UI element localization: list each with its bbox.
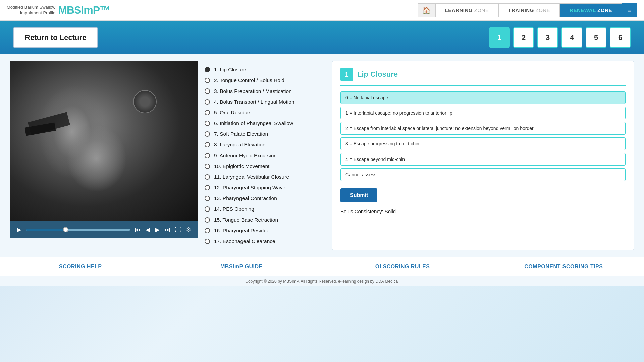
video-controls: ▶ ⏮ ◀ ▶ ⏭ ⛶ ⚙ bbox=[10, 221, 198, 238]
tab-2[interactable]: 2 bbox=[513, 27, 534, 48]
brand-logo-area: Modified Barium Swallow Impairment Profi… bbox=[7, 4, 110, 16]
progress-bar[interactable] bbox=[26, 229, 130, 231]
radio-10 bbox=[205, 164, 210, 169]
skip-back-button[interactable]: ⏮ bbox=[133, 226, 142, 234]
settings-button[interactable]: ⚙ bbox=[184, 225, 193, 234]
footer-tab-mbsimp-guide[interactable]: MBSImP GUIDE bbox=[161, 257, 322, 276]
tab-1[interactable]: 1 bbox=[489, 27, 510, 48]
radio-7 bbox=[205, 131, 210, 137]
radio-14 bbox=[205, 206, 210, 212]
list-item[interactable]: 10. Epiglottic Movement bbox=[205, 161, 325, 172]
play-button[interactable]: ▶ bbox=[15, 225, 23, 234]
list-item[interactable]: 16. Pharyngeal Residue bbox=[205, 225, 325, 236]
top-navigation: Modified Barium Swallow Impairment Profi… bbox=[0, 0, 644, 21]
nav-zone-renewal[interactable]: RENEWAL ZONE bbox=[560, 3, 622, 17]
score-option-cannot-assess[interactable]: Cannot assess bbox=[340, 168, 626, 181]
hamburger-icon: ≡ bbox=[628, 6, 632, 14]
list-item[interactable]: 9. Anterior Hyoid Excursion bbox=[205, 150, 325, 161]
nav-zone-training[interactable]: TRAINING ZONE bbox=[498, 3, 560, 17]
list-item[interactable]: 12. Pharyngeal Stripping Wave bbox=[205, 182, 325, 193]
frame-forward-button[interactable]: ▶ bbox=[154, 225, 161, 234]
list-item[interactable]: 4. Bolus Transport / Lingual Motion bbox=[205, 97, 325, 107]
list-item[interactable]: 7. Soft Palate Elevation bbox=[205, 129, 325, 139]
copyright-text: Copyright © 2020 by MBSImP. All Rights R… bbox=[0, 276, 644, 286]
radio-8 bbox=[205, 142, 210, 147]
brand-text: Modified Barium Swallow Impairment Profi… bbox=[7, 5, 55, 16]
footer-tab-scoring-help[interactable]: SCORING HELP bbox=[0, 257, 161, 276]
submit-button[interactable]: Submit bbox=[340, 188, 377, 202]
tab-3[interactable]: 3 bbox=[537, 27, 558, 48]
score-option-2[interactable]: 2 = Escape from interlabial space or lat… bbox=[340, 122, 626, 135]
radio-3 bbox=[205, 88, 210, 94]
video-display bbox=[10, 61, 198, 221]
list-item[interactable]: 5. Oral Residue bbox=[205, 107, 325, 118]
footer-tab-oi-scoring[interactable]: OI SCORING RULES bbox=[322, 257, 483, 276]
list-item[interactable]: 11. Laryngeal Vestibular Closure bbox=[205, 172, 325, 182]
progress-thumb bbox=[63, 227, 68, 232]
xray-shape-2 bbox=[66, 125, 127, 192]
radio-2 bbox=[205, 78, 210, 83]
bolus-consistency: Bolus Consistency: Solid bbox=[340, 208, 626, 214]
xray-circle bbox=[133, 90, 157, 113]
list-item[interactable]: 3. Bolus Preparation / Mastication bbox=[205, 86, 325, 97]
scoring-panel: 1 Lip Closure 0 = No labial escape 1 = I… bbox=[332, 61, 634, 250]
scoring-header: 1 Lip Closure bbox=[340, 68, 626, 81]
video-control-icons: ⏮ ◀ ▶ ⏭ ⛶ ⚙ bbox=[133, 225, 193, 234]
home-button[interactable]: 🏠 bbox=[418, 3, 435, 17]
hamburger-menu-button[interactable]: ≡ bbox=[622, 3, 637, 17]
radio-13 bbox=[205, 196, 210, 201]
header-area: Return to Lecture 1 2 3 4 5 6 bbox=[0, 21, 644, 54]
score-option-4[interactable]: 4 = Escape beyond mid-chin bbox=[340, 153, 626, 166]
radio-15 bbox=[205, 217, 210, 223]
question-list: 1. Lip Closure 2. Tongue Control / Bolus… bbox=[205, 61, 325, 250]
radio-5 bbox=[205, 110, 210, 115]
scoring-divider bbox=[340, 85, 626, 86]
tab-5[interactable]: 5 bbox=[586, 27, 606, 48]
tab-4[interactable]: 4 bbox=[561, 27, 582, 48]
radio-6 bbox=[205, 121, 210, 126]
list-item[interactable]: 15. Tongue Base Retraction bbox=[205, 215, 325, 225]
return-to-lecture-button[interactable]: Return to Lecture bbox=[13, 27, 98, 48]
tab-6[interactable]: 6 bbox=[610, 27, 631, 48]
progress-fill bbox=[26, 229, 66, 231]
list-item[interactable]: 6. Initiation of Pharyngeal Swallow bbox=[205, 118, 325, 129]
radio-11 bbox=[205, 174, 210, 180]
radio-16 bbox=[205, 228, 210, 233]
score-option-1[interactable]: 1 = Interlabial escape; no progression t… bbox=[340, 107, 626, 119]
list-item[interactable]: 14. PES Opening bbox=[205, 204, 325, 215]
list-item[interactable]: 13. Pharyngeal Contraction bbox=[205, 193, 325, 204]
list-item[interactable]: 8. Laryngeal Elevation bbox=[205, 139, 325, 150]
score-option-3[interactable]: 3 = Escape progressing to mid-chin bbox=[340, 137, 626, 150]
radio-17 bbox=[205, 239, 210, 244]
radio-12 bbox=[205, 185, 210, 190]
xray-image bbox=[10, 61, 198, 221]
video-panel: ▶ ⏮ ◀ ▶ ⏭ ⛶ ⚙ bbox=[10, 61, 198, 250]
radio-9 bbox=[205, 153, 210, 158]
radio-1 bbox=[205, 67, 210, 72]
fullscreen-button[interactable]: ⛶ bbox=[174, 226, 182, 234]
nav-zone-learning[interactable]: LEARNING ZONE bbox=[435, 3, 499, 17]
radio-4 bbox=[205, 99, 210, 105]
nav-zones: 🏠 LEARNING ZONE TRAINING ZONE RENEWAL ZO… bbox=[418, 3, 637, 17]
main-content: ▶ ⏮ ◀ ▶ ⏭ ⛶ ⚙ 1. Lip Closure 2. Tongue C… bbox=[0, 54, 644, 257]
score-badge: 1 bbox=[340, 68, 353, 81]
skip-forward-button[interactable]: ⏭ bbox=[163, 226, 172, 234]
brand-logo: MBSImP™ bbox=[58, 4, 110, 16]
home-icon: 🏠 bbox=[422, 6, 431, 14]
footer-tabs: SCORING HELP MBSImP GUIDE OI SCORING RUL… bbox=[0, 257, 644, 276]
score-option-0[interactable]: 0 = No labial escape bbox=[340, 91, 626, 104]
list-item[interactable]: 2. Tongue Control / Bolus Hold bbox=[205, 75, 325, 86]
question-tabs: 1 2 3 4 5 6 bbox=[489, 27, 631, 48]
footer-tab-component-scoring[interactable]: COMPONENT SCORING TIPS bbox=[483, 257, 644, 276]
list-item[interactable]: 17. Esophageal Clearance bbox=[205, 236, 325, 247]
list-item[interactable]: 1. Lip Closure bbox=[205, 64, 325, 75]
scoring-title: Lip Closure bbox=[357, 70, 398, 79]
frame-back-button[interactable]: ◀ bbox=[144, 225, 152, 234]
